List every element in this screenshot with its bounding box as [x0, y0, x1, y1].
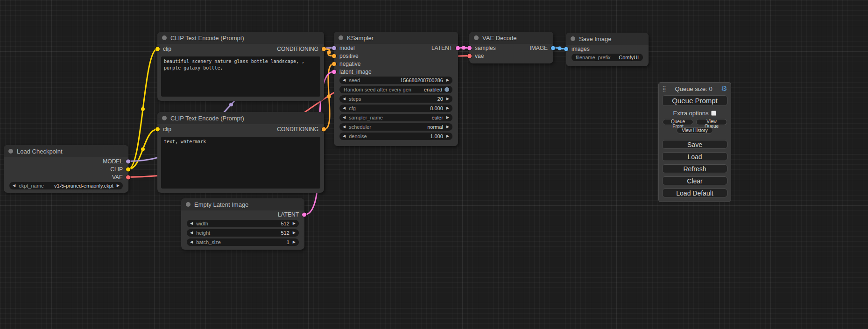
port-vae-input[interactable]	[467, 54, 472, 58]
extra-options-checkbox[interactable]	[711, 111, 716, 116]
widget-denoise[interactable]: ◀ denoise 1.000 ▶	[339, 133, 452, 140]
clear-button[interactable]: Clear	[662, 176, 727, 185]
increment-arrow-icon[interactable]: ▶	[293, 231, 296, 235]
port-positive-input[interactable]	[332, 54, 336, 58]
port-latent-output[interactable]	[302, 213, 306, 217]
decrement-arrow-icon[interactable]: ◀	[343, 125, 346, 129]
save-button[interactable]: Save	[662, 140, 727, 149]
widget-value: euler	[431, 115, 443, 120]
prompt-text-input[interactable]: beautiful scenery nature glass bottle la…	[161, 56, 320, 97]
decrement-arrow-icon[interactable]: ◀	[343, 106, 346, 110]
widget-ckpt-name[interactable]: ◀ ckpt_name v1-5-pruned-emaonly.ckpt ▶	[9, 182, 123, 189]
widget-width[interactable]: ◀ width 512 ▶	[187, 220, 299, 227]
node-titlebar[interactable]: CLIP Text Encode (Prompt)	[157, 112, 324, 124]
widget-value: enabled	[424, 87, 442, 92]
queue-prompt-button[interactable]: Queue Prompt	[662, 95, 727, 106]
collapse-dot-icon[interactable]	[162, 35, 167, 40]
toggle-knob[interactable]	[445, 87, 449, 92]
node-clip-text-encode-negative[interactable]: CLIP Text Encode (Prompt) clip CONDITION…	[157, 112, 324, 193]
queue-front-button[interactable]: Queue Front	[663, 119, 693, 125]
port-image-output[interactable]	[551, 46, 555, 50]
port-clip-output[interactable]	[126, 167, 130, 171]
decrement-arrow-icon[interactable]: ◀	[190, 240, 193, 244]
output-slot-model: MODEL	[4, 157, 128, 165]
widget-height[interactable]: ◀ height 512 ▶	[187, 229, 299, 237]
node-titlebar[interactable]: CLIP Text Encode (Prompt)	[157, 32, 324, 44]
decrement-arrow-icon[interactable]: ◀	[343, 116, 346, 119]
increment-arrow-icon[interactable]: ▶	[446, 134, 449, 138]
widget-steps[interactable]: ◀ steps 20 ▶	[339, 95, 452, 103]
widget-scheduler[interactable]: ◀ scheduler normal ▶	[339, 123, 452, 131]
slot-label: images	[572, 46, 590, 52]
settings-gear-icon[interactable]: ⚙	[721, 84, 727, 93]
view-queue-button[interactable]: View Queue	[696, 119, 727, 125]
widget-value: 512	[281, 230, 289, 236]
node-load-checkpoint[interactable]: Load Checkpoint MODEL CLIP VAE ◀ ckpt_na…	[4, 145, 128, 193]
widget-batch-size[interactable]: ◀ batch_size 1 ▶	[187, 238, 299, 246]
collapse-dot-icon[interactable]	[474, 35, 479, 40]
slot-label: clip	[163, 126, 171, 133]
node-titlebar[interactable]: Save Image	[566, 33, 649, 45]
collapse-dot-icon[interactable]	[339, 35, 343, 40]
port-latent-output[interactable]	[456, 46, 460, 50]
widget-filename-prefix[interactable]: filename_prefix ComfyUI	[572, 54, 643, 61]
load-button[interactable]: Load	[662, 152, 727, 161]
output-slot-clip: CLIP	[4, 165, 128, 173]
port-clip-input[interactable]	[155, 47, 160, 51]
node-title: CLIP Text Encode (Prompt)	[170, 115, 244, 122]
decrement-arrow-icon[interactable]: ◀	[190, 222, 193, 225]
port-images-input[interactable]	[564, 47, 568, 51]
port-model-output[interactable]	[126, 159, 130, 163]
port-clip-input[interactable]	[155, 127, 160, 132]
increment-arrow-icon[interactable]: ▶	[293, 240, 296, 244]
prompt-text-input[interactable]: text, watermark	[161, 137, 320, 189]
increment-arrow-icon[interactable]: ▶	[446, 106, 449, 110]
port-vae-output[interactable]	[126, 175, 130, 179]
increment-arrow-icon[interactable]: ▶	[446, 116, 449, 119]
wire-midpoint-dot	[141, 147, 145, 151]
increment-arrow-icon[interactable]: ▶	[293, 222, 296, 225]
port-negative-input[interactable]	[332, 62, 336, 66]
increment-arrow-icon[interactable]: ▶	[446, 97, 449, 101]
node-ksampler[interactable]: KSampler model LATENT positive negative …	[334, 32, 458, 146]
node-clip-text-encode-positive[interactable]: CLIP Text Encode (Prompt) clip CONDITION…	[157, 32, 324, 101]
input-slot-positive: positive	[334, 52, 458, 60]
node-titlebar[interactable]: Empty Latent Image	[181, 198, 304, 210]
node-titlebar[interactable]: KSampler	[334, 32, 458, 44]
collapse-dot-icon[interactable]	[571, 36, 575, 41]
port-model-input[interactable]	[332, 46, 336, 50]
widget-sampler-name[interactable]: ◀ sampler_name euler ▶	[339, 114, 452, 121]
widget-seed[interactable]: ◀ seed 156680208700286 ▶	[339, 77, 452, 84]
node-titlebar[interactable]: VAE Decode	[469, 32, 553, 44]
view-history-button[interactable]: View History	[677, 127, 713, 133]
port-conditioning-output[interactable]	[322, 47, 326, 51]
node-title: VAE Decode	[482, 35, 516, 42]
decrement-arrow-icon[interactable]: ◀	[343, 78, 346, 82]
widget-random-seed-toggle[interactable]: Random seed after every gen enabled	[339, 86, 452, 93]
history-row: View History	[659, 127, 731, 133]
collapse-dot-icon[interactable]	[8, 149, 13, 154]
increment-arrow-icon[interactable]: ▶	[446, 78, 449, 82]
drag-handle-icon[interactable]: ⣿	[662, 85, 666, 92]
collapse-dot-icon[interactable]	[162, 116, 167, 120]
load-default-button[interactable]: Load Default	[662, 189, 727, 197]
increment-arrow-icon[interactable]: ▶	[446, 125, 449, 129]
port-latent-image-input[interactable]	[332, 70, 336, 74]
decrement-arrow-icon[interactable]: ◀	[13, 184, 15, 188]
node-empty-latent-image[interactable]: Empty Latent Image LATENT ◀ width 512 ▶ …	[181, 198, 304, 250]
decrement-arrow-icon[interactable]: ◀	[343, 97, 346, 101]
decrement-arrow-icon[interactable]: ◀	[190, 231, 193, 235]
decrement-arrow-icon[interactable]: ◀	[343, 134, 346, 138]
slot-label: latent_image	[339, 69, 372, 75]
queue-panel[interactable]: ⣿ Queue size: 0 ⚙ Queue Prompt Extra opt…	[658, 82, 731, 202]
widget-cfg[interactable]: ◀ cfg 8.000 ▶	[339, 105, 452, 112]
collapse-dot-icon[interactable]	[186, 202, 191, 207]
refresh-button[interactable]: Refresh	[662, 164, 727, 173]
node-graph-canvas[interactable]: Load Checkpoint MODEL CLIP VAE ◀ ckpt_na…	[0, 0, 868, 329]
node-save-image[interactable]: Save Image images filename_prefix ComfyU…	[566, 33, 649, 66]
port-conditioning-output[interactable]	[322, 127, 326, 132]
node-titlebar[interactable]: Load Checkpoint	[4, 145, 128, 157]
increment-arrow-icon[interactable]: ▶	[117, 184, 120, 188]
node-vae-decode[interactable]: VAE Decode samples IMAGE vae	[469, 32, 553, 63]
port-samples-input[interactable]	[467, 46, 472, 50]
